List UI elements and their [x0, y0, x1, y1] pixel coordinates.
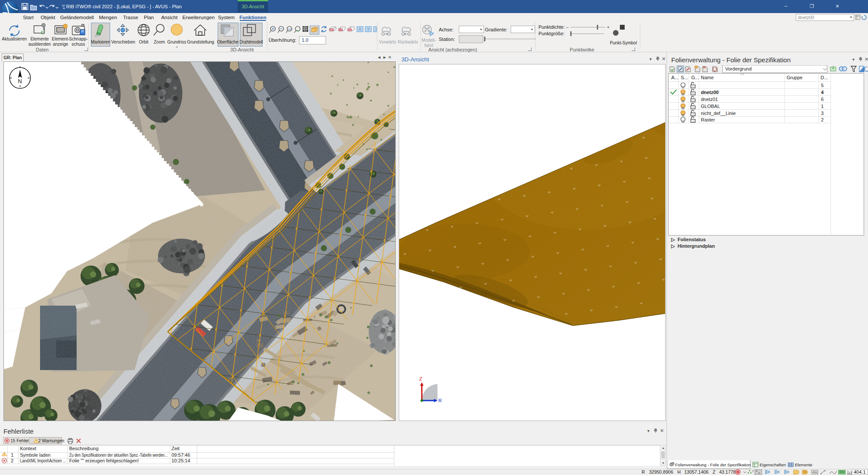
- svg-text:LandXML Import\Achsen ...: LandXML Import\Achsen ...: [20, 458, 66, 463]
- svg-text:3: 3: [821, 111, 824, 116]
- svg-text:09:57:46: 09:57:46: [172, 452, 190, 458]
- svg-text:Z: Z: [419, 376, 422, 381]
- svg-text:Abc: Abc: [812, 471, 818, 474]
- svg-text:nicht_def__Linie: nicht_def__Linie: [701, 111, 736, 116]
- svg-text:A...: A...: [671, 75, 679, 80]
- svg-text:N: N: [18, 78, 22, 84]
- svg-text:×: ×: [756, 469, 757, 472]
- svg-text:?: ?: [752, 469, 754, 473]
- svg-text:1: 1: [11, 452, 13, 458]
- svg-text:2: 2: [821, 117, 824, 122]
- svg-text:Raster: Raster: [701, 117, 715, 122]
- svg-text:GLOBAL: GLOBAL: [701, 104, 720, 109]
- svg-text:1: 1: [821, 104, 824, 109]
- svg-text:×: ×: [758, 472, 760, 475]
- svg-text:Y: Y: [367, 27, 370, 31]
- svg-text:D...: D...: [821, 75, 828, 80]
- svg-text:6: 6: [821, 97, 824, 102]
- svg-text:Zu den Spezifikationen der akt: Zu den Spezifikationen der aktuellen Spe…: [69, 452, 168, 458]
- svg-text:13: 13: [288, 28, 291, 30]
- svg-text:G...: G...: [691, 75, 699, 80]
- svg-text:R: R: [438, 398, 442, 403]
- svg-text:Kontext: Kontext: [20, 446, 36, 451]
- svg-text:10:25:14: 10:25:14: [172, 458, 190, 463]
- svg-text:X: X: [359, 27, 361, 31]
- svg-text:5: 5: [821, 83, 824, 88]
- svg-text:Name: Name: [701, 75, 713, 80]
- svg-text:Vordergrund: Vordergrund: [725, 66, 752, 71]
- svg-text:dnetz00: dnetz00: [701, 90, 719, 95]
- svg-text:Z: Z: [375, 27, 377, 31]
- svg-text:dnetz01: dnetz01: [701, 97, 718, 102]
- svg-text:S...: S...: [681, 75, 688, 80]
- svg-text:2: 2: [11, 458, 13, 463]
- svg-text:Gruppe: Gruppe: [787, 75, 803, 80]
- svg-text:Beschreibung: Beschreibung: [69, 446, 98, 451]
- svg-text:4: 4: [821, 90, 824, 95]
- svg-text:Symbole laden: Symbole laden: [20, 452, 50, 458]
- svg-text:Zeit: Zeit: [172, 446, 179, 451]
- svg-text:Folie "" erzeugen fehlgeschlag: Folie "" erzeugen fehlgeschlagen!: [69, 458, 139, 463]
